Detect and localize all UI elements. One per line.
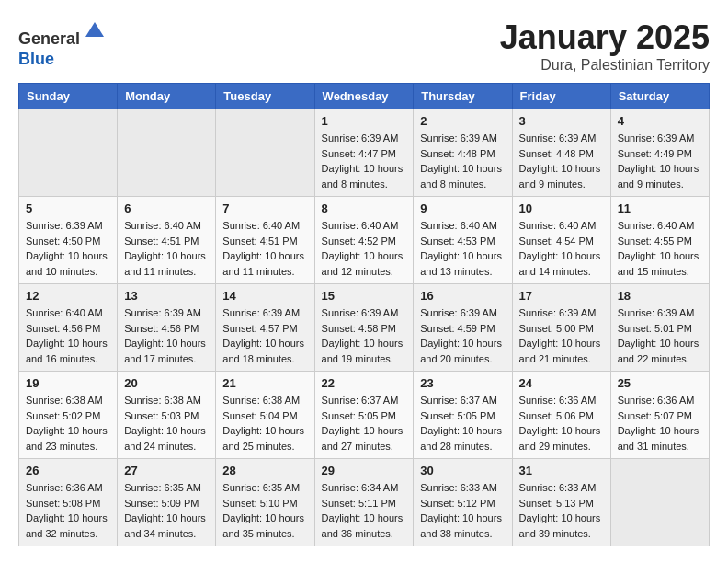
calendar-cell xyxy=(610,459,709,546)
day-info: Sunrise: 6:39 AMSunset: 4:48 PMDaylight:… xyxy=(420,131,505,191)
calendar-header-row: SundayMondayTuesdayWednesdayThursdayFrid… xyxy=(19,84,710,109)
calendar-cell: 25Sunrise: 6:36 AMSunset: 5:07 PMDayligh… xyxy=(610,372,709,459)
month-title: January 2025 xyxy=(500,18,710,57)
day-number: 19 xyxy=(26,376,110,390)
calendar-cell: 18Sunrise: 6:39 AMSunset: 5:01 PMDayligh… xyxy=(610,284,709,372)
calendar-cell: 9Sunrise: 6:40 AMSunset: 4:53 PMDaylight… xyxy=(414,197,512,284)
calendar-cell: 20Sunrise: 6:38 AMSunset: 5:03 PMDayligh… xyxy=(118,372,216,459)
calendar-cell: 3Sunrise: 6:39 AMSunset: 4:48 PMDaylight… xyxy=(512,109,610,197)
daylight-label: Daylight: 10 hours and 22 minutes. xyxy=(618,338,700,364)
day-number: 31 xyxy=(519,464,604,477)
sunrise-label: Sunrise: 6:40 AM xyxy=(618,220,695,231)
calendar-cell: 17Sunrise: 6:39 AMSunset: 5:00 PMDayligh… xyxy=(512,284,610,372)
day-number: 6 xyxy=(124,201,209,215)
day-info: Sunrise: 6:36 AMSunset: 5:06 PMDaylight:… xyxy=(519,393,604,454)
day-number: 14 xyxy=(222,289,307,303)
day-number: 26 xyxy=(26,464,110,477)
day-number: 7 xyxy=(222,201,307,215)
day-info: Sunrise: 6:40 AMSunset: 4:51 PMDaylight:… xyxy=(222,218,307,279)
sunset-label: Sunset: 4:55 PM xyxy=(618,236,692,247)
daylight-label: Daylight: 10 hours and 32 minutes. xyxy=(26,512,108,539)
sunrise-label: Sunrise: 6:38 AM xyxy=(222,395,300,406)
day-number: 2 xyxy=(420,114,505,128)
day-info: Sunrise: 6:33 AMSunset: 5:13 PMDaylight:… xyxy=(519,480,604,541)
calendar-cell: 4Sunrise: 6:39 AMSunset: 4:49 PMDaylight… xyxy=(610,109,709,197)
svg-marker-0 xyxy=(85,22,104,37)
sunrise-label: Sunrise: 6:38 AM xyxy=(26,395,103,406)
sunset-label: Sunset: 5:06 PM xyxy=(519,410,594,421)
sunrise-label: Sunrise: 6:39 AM xyxy=(519,307,597,318)
daylight-label: Daylight: 10 hours and 13 minutes. xyxy=(420,250,502,277)
calendar-cell: 19Sunrise: 6:38 AMSunset: 5:02 PMDayligh… xyxy=(19,372,118,459)
sunrise-label: Sunrise: 6:39 AM xyxy=(519,132,597,144)
calendar-cell: 14Sunrise: 6:39 AMSunset: 4:57 PMDayligh… xyxy=(216,284,314,372)
day-number: 23 xyxy=(420,376,505,390)
sunset-label: Sunset: 4:52 PM xyxy=(322,236,396,247)
day-info: Sunrise: 6:39 AMSunset: 4:58 PMDaylight:… xyxy=(322,305,407,366)
sunset-label: Sunset: 5:12 PM xyxy=(420,498,495,509)
day-info: Sunrise: 6:35 AMSunset: 5:10 PMDaylight:… xyxy=(222,480,307,541)
sunset-label: Sunset: 4:47 PM xyxy=(322,148,396,159)
daylight-label: Daylight: 10 hours and 31 minutes. xyxy=(618,425,700,452)
calendar-cell: 30Sunrise: 6:33 AMSunset: 5:12 PMDayligh… xyxy=(414,459,512,546)
day-info: Sunrise: 6:40 AMSunset: 4:51 PMDaylight:… xyxy=(124,218,209,279)
day-number: 17 xyxy=(519,289,604,303)
day-number: 16 xyxy=(420,289,505,303)
day-info: Sunrise: 6:36 AMSunset: 5:08 PMDaylight:… xyxy=(26,480,110,541)
daylight-label: Daylight: 10 hours and 23 minutes. xyxy=(26,425,108,452)
day-number: 5 xyxy=(26,201,110,215)
calendar-cell: 8Sunrise: 6:40 AMSunset: 4:52 PMDaylight… xyxy=(314,197,414,284)
day-number: 15 xyxy=(322,289,407,303)
calendar-cell: 12Sunrise: 6:40 AMSunset: 4:56 PMDayligh… xyxy=(19,284,118,372)
daylight-label: Daylight: 10 hours and 9 minutes. xyxy=(519,163,601,190)
daylight-label: Daylight: 10 hours and 16 minutes. xyxy=(26,338,108,364)
day-info: Sunrise: 6:36 AMSunset: 5:07 PMDaylight:… xyxy=(618,393,702,454)
day-info: Sunrise: 6:40 AMSunset: 4:55 PMDaylight:… xyxy=(618,218,702,279)
calendar-cell: 7Sunrise: 6:40 AMSunset: 4:51 PMDaylight… xyxy=(216,197,314,284)
day-header-wednesday: Wednesday xyxy=(314,84,414,109)
calendar-week-row: 26Sunrise: 6:36 AMSunset: 5:08 PMDayligh… xyxy=(19,459,710,546)
day-info: Sunrise: 6:39 AMSunset: 4:59 PMDaylight:… xyxy=(420,305,505,366)
sunrise-label: Sunrise: 6:37 AM xyxy=(322,395,399,406)
sunset-label: Sunset: 4:51 PM xyxy=(222,236,297,247)
day-number: 18 xyxy=(618,289,702,303)
daylight-label: Daylight: 10 hours and 15 minutes. xyxy=(618,250,700,277)
sunset-label: Sunset: 4:57 PM xyxy=(222,323,297,334)
sunrise-label: Sunrise: 6:39 AM xyxy=(26,220,103,231)
calendar-cell: 5Sunrise: 6:39 AMSunset: 4:50 PMDaylight… xyxy=(19,197,118,284)
day-header-friday: Friday xyxy=(512,84,610,109)
sunrise-label: Sunrise: 6:39 AM xyxy=(420,132,497,144)
sunrise-label: Sunrise: 6:39 AM xyxy=(322,307,399,318)
calendar-cell: 11Sunrise: 6:40 AMSunset: 4:55 PMDayligh… xyxy=(610,197,709,284)
sunset-label: Sunset: 4:53 PM xyxy=(420,236,495,247)
sunrise-label: Sunrise: 6:37 AM xyxy=(420,395,497,406)
logo-blue: Blue xyxy=(18,50,54,68)
sunset-label: Sunset: 4:50 PM xyxy=(26,236,100,247)
day-header-saturday: Saturday xyxy=(610,84,709,109)
daylight-label: Daylight: 10 hours and 17 minutes. xyxy=(124,338,206,364)
calendar-cell: 28Sunrise: 6:35 AMSunset: 5:10 PMDayligh… xyxy=(216,459,314,546)
calendar-cell xyxy=(19,109,118,197)
logo-icon xyxy=(82,18,108,44)
daylight-label: Daylight: 10 hours and 28 minutes. xyxy=(420,425,502,452)
sunrise-label: Sunrise: 6:40 AM xyxy=(124,220,201,231)
day-number: 29 xyxy=(322,464,407,477)
logo-general: General xyxy=(18,29,80,48)
day-info: Sunrise: 6:33 AMSunset: 5:12 PMDaylight:… xyxy=(420,480,505,541)
sunset-label: Sunset: 4:49 PM xyxy=(618,148,692,159)
sunrise-label: Sunrise: 6:40 AM xyxy=(26,307,103,318)
calendar-cell: 13Sunrise: 6:39 AMSunset: 4:56 PMDayligh… xyxy=(118,284,216,372)
day-header-tuesday: Tuesday xyxy=(216,84,314,109)
sunset-label: Sunset: 5:07 PM xyxy=(618,410,692,421)
calendar-cell: 22Sunrise: 6:37 AMSunset: 5:05 PMDayligh… xyxy=(314,372,414,459)
calendar-cell: 6Sunrise: 6:40 AMSunset: 4:51 PMDaylight… xyxy=(118,197,216,284)
calendar-cell: 16Sunrise: 6:39 AMSunset: 4:59 PMDayligh… xyxy=(414,284,512,372)
day-info: Sunrise: 6:40 AMSunset: 4:54 PMDaylight:… xyxy=(519,218,604,279)
sunset-label: Sunset: 4:59 PM xyxy=(420,323,495,334)
calendar-week-row: 1Sunrise: 6:39 AMSunset: 4:47 PMDaylight… xyxy=(19,109,710,197)
sunset-label: Sunset: 4:56 PM xyxy=(124,323,199,334)
day-info: Sunrise: 6:40 AMSunset: 4:52 PMDaylight:… xyxy=(322,218,407,279)
sunset-label: Sunset: 5:10 PM xyxy=(222,498,297,509)
sunrise-label: Sunrise: 6:39 AM xyxy=(124,307,201,318)
calendar-cell: 1Sunrise: 6:39 AMSunset: 4:47 PMDaylight… xyxy=(314,109,414,197)
